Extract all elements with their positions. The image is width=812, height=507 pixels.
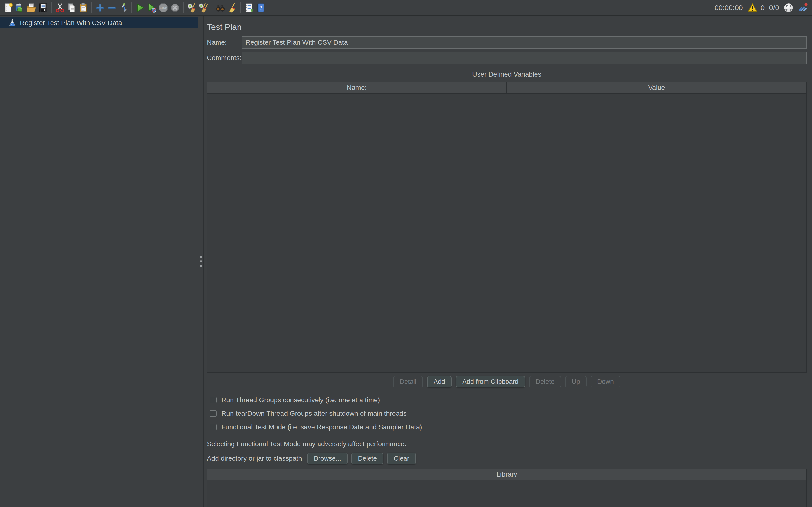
paste-button[interactable] [77,1,89,14]
run-consecutive-checkbox[interactable] [210,397,216,403]
start-button[interactable] [134,1,146,14]
add-button[interactable]: Add [427,376,452,388]
toolbar-group-run: STOP [134,1,181,14]
splitter-handle-dot [200,256,202,258]
tree-node-test-plan[interactable]: Register Test Plan With CSV Data [0,17,198,29]
tree-node-label: Register Test Plan With CSV Data [20,19,122,27]
search-reset-button[interactable] [226,1,238,14]
udv-column-name: Name: [207,82,507,94]
collapse-all-button[interactable] [106,1,117,14]
toolbar-group-tree [94,1,129,14]
classpath-clear-button[interactable]: Clear [387,453,416,464]
classpath-delete-button[interactable]: Delete [351,453,383,464]
statusbar: 00:00:00 0 0/0 [715,2,809,13]
down-button[interactable]: Down [591,376,620,388]
svg-text:STOP: STOP [160,6,167,9]
cut-button[interactable] [54,1,66,14]
toggle-button[interactable] [117,1,129,14]
start-no-timers-icon [147,3,157,13]
up-button[interactable]: Up [565,376,587,388]
warning-icon [747,3,758,12]
udv-table-body[interactable] [207,94,806,372]
run-teardown-checkbox[interactable] [210,410,216,417]
test-plan-editor: Test Plan Name: Comments: User Defined V… [204,16,812,507]
library-column-header: Library [207,469,806,481]
copy-icon [66,3,77,13]
start-no-timers-button[interactable] [146,1,158,14]
open-file-button[interactable] [26,1,37,14]
library-table-body[interactable] [207,481,806,507]
svg-text:?: ? [260,5,263,11]
stop-icon: STOP [158,3,168,13]
run-teardown-label: Run tearDown Thread Groups after shutdow… [221,410,407,417]
search-button[interactable] [215,1,226,14]
splitter-handle-dot [200,260,202,263]
detail-button[interactable]: Detail [393,376,423,388]
expand-all-button[interactable] [94,1,106,14]
new-file-icon [3,3,13,13]
classpath-label: Add directory or jar to classpath [207,455,302,462]
library-table: Library [207,469,807,507]
function-helper-button[interactable] [243,1,255,14]
clear-button[interactable] [186,1,198,14]
open-template-button[interactable] [14,1,26,14]
toolbar-separator [91,2,92,13]
comments-row: Comments: [207,52,807,64]
comments-input[interactable] [242,52,807,64]
toolbar-group-help: ? [243,1,266,14]
toggle-icon [118,3,128,13]
save-button[interactable] [37,1,49,14]
delete-button[interactable]: Delete [529,376,561,388]
open-template-icon [15,3,25,13]
toolbar-separator [240,2,241,13]
help-icon: ? [255,3,266,13]
cut-icon [55,3,65,13]
new-file-button[interactable] [2,1,14,14]
clear-all-icon [198,3,209,13]
name-label: Name: [207,39,242,46]
checkbox-row-functional: Functional Test Mode (i.e. save Response… [210,423,807,431]
page-title: Test Plan [207,22,807,32]
paste-icon [78,3,88,13]
toolbar-group-file [2,1,49,14]
name-input[interactable] [242,36,807,49]
toolbar-group-search [215,1,238,14]
udv-table: Name: Value [207,81,807,373]
functional-mode-checkbox[interactable] [210,424,216,431]
help-button[interactable]: ? [255,1,266,14]
toolbar-separator [51,2,52,13]
collapse-all-icon [107,3,117,13]
browse-button[interactable]: Browse... [307,453,348,464]
checkbox-row-teardown: Run tearDown Thread Groups after shutdow… [210,410,807,417]
run-consecutive-label: Run Thread Groups consecutively (i.e. on… [221,396,380,404]
add-from-clipboard-button[interactable]: Add from Clipboard [456,376,525,388]
panel-splitter[interactable] [198,16,204,507]
jmeter-logo-icon [798,2,809,13]
main-toolbar: STOP [0,0,812,16]
functional-mode-note: Selecting Functional Test Mode may adver… [207,440,807,448]
search-icon [215,3,225,13]
toolbar-separator [132,2,132,13]
udv-table-header: Name: Value [207,82,806,94]
toolbar-group-clear [186,1,209,14]
clear-all-button[interactable] [198,1,209,14]
udv-buttons: Detail Add Add from Clipboard Delete Up … [207,376,807,388]
shutdown-button[interactable] [169,1,181,14]
classpath-row: Add directory or jar to classpath Browse… [207,453,807,464]
name-row: Name: [207,36,807,49]
copy-button[interactable] [66,1,77,14]
test-plan-tree: Register Test Plan With CSV Data [0,16,198,507]
search-reset-icon [227,3,237,13]
options-block: Run Thread Groups consecutively (i.e. on… [207,396,807,437]
test-plan-flask-icon [9,19,16,27]
udv-title: User Defined Variables [207,70,807,78]
toolbar-separator [183,2,184,13]
comments-label: Comments: [207,54,242,62]
start-icon [135,3,145,13]
shutdown-icon [170,3,180,13]
test-status-ball-icon [783,3,794,13]
checkbox-row-consecutive: Run Thread Groups consecutively (i.e. on… [210,396,807,404]
stop-button[interactable]: STOP [158,1,169,14]
expand-all-icon [95,3,105,13]
log-errors-indicator[interactable]: 0 [747,3,765,12]
